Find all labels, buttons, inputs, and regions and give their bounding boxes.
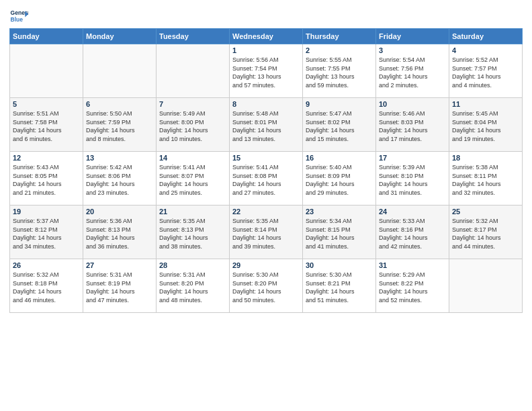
day-cell: 8Sunrise: 5:48 AM Sunset: 8:01 PM Daylig… [230,98,303,152]
day-cell: 30Sunrise: 5:30 AM Sunset: 8:21 PM Dayli… [303,259,376,313]
day-number: 6 [86,100,153,108]
day-info: Sunrise: 5:39 AM Sunset: 8:10 PM Dayligh… [379,163,446,197]
day-cell [83,44,157,98]
day-number: 13 [86,154,153,162]
day-header-wednesday: Wednesday [230,29,303,44]
day-info: Sunrise: 5:36 AM Sunset: 8:13 PM Dayligh… [86,217,153,250]
calendar-header: SundayMondayTuesdayWednesdayThursdayFrid… [10,29,523,44]
day-cell: 6Sunrise: 5:50 AM Sunset: 7:59 PM Daylig… [83,98,157,152]
day-info: Sunrise: 5:40 AM Sunset: 8:09 PM Dayligh… [306,163,373,197]
page-container: General Blue SundayMondayTuesdayWednesda… [0,0,532,320]
day-info: Sunrise: 5:49 AM Sunset: 8:00 PM Dayligh… [159,109,226,143]
day-number: 4 [452,46,519,54]
calendar-table: SundayMondayTuesdayWednesdayThursdayFrid… [9,28,523,313]
day-header-tuesday: Tuesday [157,29,230,44]
day-number: 23 [306,208,373,216]
day-info: Sunrise: 5:33 AM Sunset: 8:16 PM Dayligh… [379,217,446,250]
day-number: 9 [306,100,373,108]
day-info: Sunrise: 5:54 AM Sunset: 7:56 PM Dayligh… [379,56,446,89]
day-info: Sunrise: 5:35 AM Sunset: 8:14 PM Dayligh… [232,217,300,250]
day-cell: 7Sunrise: 5:49 AM Sunset: 8:00 PM Daylig… [157,98,230,152]
day-cell: 12Sunrise: 5:43 AM Sunset: 8:05 PM Dayli… [10,152,83,205]
day-cell: 31Sunrise: 5:29 AM Sunset: 8:22 PM Dayli… [376,259,449,313]
day-number: 2 [306,46,373,54]
day-info: Sunrise: 5:35 AM Sunset: 8:13 PM Dayligh… [159,217,226,250]
week-row-2: 12Sunrise: 5:43 AM Sunset: 8:05 PM Dayli… [10,152,523,205]
day-header-monday: Monday [83,29,157,44]
day-info: Sunrise: 5:50 AM Sunset: 7:59 PM Dayligh… [86,109,153,143]
day-info: Sunrise: 5:52 AM Sunset: 7:57 PM Dayligh… [452,56,519,89]
day-cell: 20Sunrise: 5:36 AM Sunset: 8:13 PM Dayli… [83,205,157,259]
day-number: 1 [232,46,300,54]
day-number: 10 [379,100,446,108]
day-number: 14 [159,154,226,162]
day-cell [157,44,230,98]
day-cell: 2Sunrise: 5:55 AM Sunset: 7:55 PM Daylig… [303,44,376,98]
day-info: Sunrise: 5:32 AM Sunset: 8:18 PM Dayligh… [13,271,80,304]
day-info: Sunrise: 5:46 AM Sunset: 8:03 PM Dayligh… [379,109,446,143]
day-cell: 25Sunrise: 5:32 AM Sunset: 8:17 PM Dayli… [449,205,523,259]
header: General Blue [9,7,523,26]
day-header-saturday: Saturday [449,29,523,44]
day-cell: 9Sunrise: 5:47 AM Sunset: 8:02 PM Daylig… [303,98,376,152]
day-cell: 4Sunrise: 5:52 AM Sunset: 7:57 PM Daylig… [449,44,523,98]
day-cell: 3Sunrise: 5:54 AM Sunset: 7:56 PM Daylig… [376,44,449,98]
day-cell: 19Sunrise: 5:37 AM Sunset: 8:12 PM Dayli… [10,205,83,259]
day-number: 25 [452,208,519,216]
day-number: 21 [159,208,226,216]
day-cell [10,44,83,98]
header-row: SundayMondayTuesdayWednesdayThursdayFrid… [10,29,523,44]
day-number: 12 [13,154,80,162]
day-info: Sunrise: 5:30 AM Sunset: 8:20 PM Dayligh… [232,271,300,304]
day-header-friday: Friday [376,29,449,44]
day-number: 15 [232,154,300,162]
day-number: 18 [452,154,519,162]
day-number: 16 [306,154,373,162]
day-number: 3 [379,46,446,54]
week-row-1: 5Sunrise: 5:51 AM Sunset: 7:58 PM Daylig… [10,98,523,152]
day-number: 11 [452,100,519,108]
day-cell: 11Sunrise: 5:45 AM Sunset: 8:04 PM Dayli… [449,98,523,152]
day-cell: 21Sunrise: 5:35 AM Sunset: 8:13 PM Dayli… [157,205,230,259]
day-number: 30 [306,261,373,269]
day-number: 17 [379,154,446,162]
day-cell [449,259,523,313]
day-number: 29 [232,261,300,269]
svg-text:Blue: Blue [11,16,24,23]
day-info: Sunrise: 5:31 AM Sunset: 8:19 PM Dayligh… [86,271,153,304]
day-info: Sunrise: 5:29 AM Sunset: 8:22 PM Dayligh… [379,271,446,304]
day-number: 27 [86,261,153,269]
day-cell: 26Sunrise: 5:32 AM Sunset: 8:18 PM Dayli… [10,259,83,313]
day-cell: 15Sunrise: 5:41 AM Sunset: 8:08 PM Dayli… [230,152,303,205]
day-number: 26 [13,261,80,269]
day-cell: 10Sunrise: 5:46 AM Sunset: 8:03 PM Dayli… [376,98,449,152]
day-cell: 24Sunrise: 5:33 AM Sunset: 8:16 PM Dayli… [376,205,449,259]
day-cell: 29Sunrise: 5:30 AM Sunset: 8:20 PM Dayli… [230,259,303,313]
day-cell: 17Sunrise: 5:39 AM Sunset: 8:10 PM Dayli… [376,152,449,205]
day-cell: 27Sunrise: 5:31 AM Sunset: 8:19 PM Dayli… [83,259,157,313]
week-row-0: 1Sunrise: 5:56 AM Sunset: 7:54 PM Daylig… [10,44,523,98]
day-info: Sunrise: 5:55 AM Sunset: 7:55 PM Dayligh… [306,56,373,89]
day-number: 19 [13,208,80,216]
day-number: 8 [232,100,300,108]
day-cell: 13Sunrise: 5:42 AM Sunset: 8:06 PM Dayli… [83,152,157,205]
day-number: 31 [379,261,446,269]
logo-icon: General Blue [9,7,28,26]
day-number: 5 [13,100,80,108]
day-number: 22 [232,208,300,216]
day-info: Sunrise: 5:56 AM Sunset: 7:54 PM Dayligh… [232,56,300,89]
day-cell: 28Sunrise: 5:31 AM Sunset: 8:20 PM Dayli… [157,259,230,313]
day-info: Sunrise: 5:51 AM Sunset: 7:58 PM Dayligh… [13,109,80,143]
week-row-4: 26Sunrise: 5:32 AM Sunset: 8:18 PM Dayli… [10,259,523,313]
day-info: Sunrise: 5:30 AM Sunset: 8:21 PM Dayligh… [306,271,373,304]
day-number: 24 [379,208,446,216]
day-cell: 22Sunrise: 5:35 AM Sunset: 8:14 PM Dayli… [230,205,303,259]
day-info: Sunrise: 5:41 AM Sunset: 8:08 PM Dayligh… [232,163,300,197]
day-header-sunday: Sunday [10,29,83,44]
day-cell: 14Sunrise: 5:41 AM Sunset: 8:07 PM Dayli… [157,152,230,205]
day-info: Sunrise: 5:45 AM Sunset: 8:04 PM Dayligh… [452,109,519,143]
week-row-3: 19Sunrise: 5:37 AM Sunset: 8:12 PM Dayli… [10,205,523,259]
day-number: 28 [159,261,226,269]
day-info: Sunrise: 5:47 AM Sunset: 8:02 PM Dayligh… [306,109,373,143]
day-info: Sunrise: 5:42 AM Sunset: 8:06 PM Dayligh… [86,163,153,197]
